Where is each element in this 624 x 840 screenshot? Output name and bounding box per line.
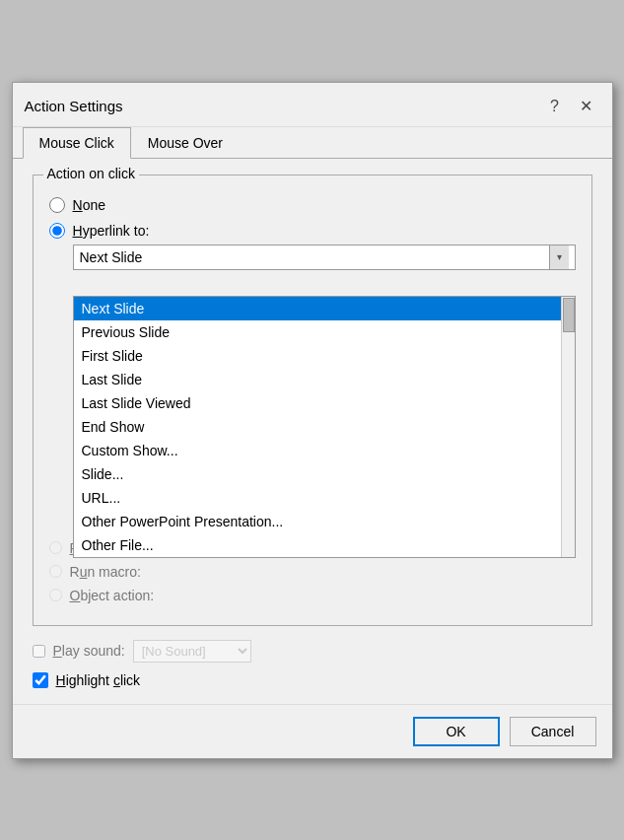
none-radio[interactable]: [49, 197, 65, 213]
none-label-text: one: [83, 197, 105, 213]
play-sound-row: Play sound: [No Sound]: [33, 640, 592, 663]
dropdown-scrollbar[interactable]: [561, 297, 575, 557]
run-macro-label: Run macro:: [70, 564, 141, 580]
none-label: None: [73, 197, 105, 213]
dropdown-item-first-slide[interactable]: First Slide: [74, 344, 575, 368]
hyperlink-radio[interactable]: [49, 223, 65, 239]
action-settings-dialog: Action Settings ? ✕ Mouse Click Mouse Ov…: [12, 82, 613, 759]
run-program-radio[interactable]: [49, 541, 62, 554]
title-bar-left: Action Settings: [25, 98, 123, 114]
run-macro-radio-row: Run macro:: [49, 564, 576, 580]
action-on-click-group: Action on click None Hyperlink to: Next …: [33, 175, 592, 626]
play-sound-label: Play sound:: [53, 643, 125, 659]
title-bar: Action Settings ? ✕: [13, 83, 612, 127]
highlight-click-row: Highlight click: [33, 672, 592, 688]
highlight-click-label: Highlight click: [56, 672, 141, 688]
hyperlink-dropdown-container: Next Slide ▾ Next Slide Previous Slide F…: [73, 245, 576, 532]
play-sound-checkbox[interactable]: [33, 645, 45, 658]
dropdown-arrow-icon[interactable]: ▾: [549, 245, 569, 269]
dropdown-list: Next Slide Previous Slide First Slide La…: [73, 296, 576, 558]
dialog-footer: OK Cancel: [13, 704, 612, 758]
object-action-radio[interactable]: [49, 589, 62, 601]
dropdown-item-other-file[interactable]: Other File...: [74, 533, 575, 557]
play-sound-select[interactable]: [No Sound]: [133, 640, 251, 663]
tab-mouse-click-label: Mouse Click: [39, 135, 114, 151]
dropdown-item-last-slide[interactable]: Last Slide: [74, 368, 575, 391]
hyperlink-label: Hyperlink to:: [73, 223, 150, 239]
object-action-label: Object action:: [70, 588, 155, 603]
dropdown-item-last-slide-viewed[interactable]: Last Slide Viewed: [74, 391, 575, 415]
close-button[interactable]: ✕: [573, 93, 600, 120]
none-radio-row: None: [49, 197, 576, 213]
dropdown-display[interactable]: Next Slide ▾: [73, 245, 576, 270]
tab-mouse-click[interactable]: Mouse Click: [23, 127, 131, 159]
dropdown-item-other-ppt[interactable]: Other PowerPoint Presentation...: [74, 510, 575, 533]
title-bar-controls: ? ✕: [541, 93, 600, 120]
dropdown-item-end-show[interactable]: End Show: [74, 415, 575, 439]
dropdown-item-next-slide[interactable]: Next Slide: [74, 297, 575, 320]
help-button[interactable]: ?: [541, 93, 569, 120]
ok-button[interactable]: OK: [413, 717, 500, 746]
dropdown-selected-text: Next Slide: [80, 249, 549, 265]
highlight-click-checkbox[interactable]: [33, 672, 48, 688]
tab-mouse-over-label: Mouse Over: [148, 135, 223, 151]
dialog-content: Action on click None Hyperlink to: Next …: [13, 159, 612, 704]
dialog-title: Action Settings: [25, 98, 123, 114]
scrollbar-thumb[interactable]: [563, 298, 575, 332]
group-legend: Action on click: [43, 166, 139, 181]
hyperlink-radio-row: Hyperlink to:: [49, 223, 576, 239]
dropdown-item-slide[interactable]: Slide...: [74, 462, 575, 486]
tab-mouse-over[interactable]: Mouse Over: [131, 127, 240, 159]
cancel-button[interactable]: Cancel: [510, 717, 596, 746]
dropdown-item-previous-slide[interactable]: Previous Slide: [74, 320, 575, 344]
dropdown-item-url[interactable]: URL...: [74, 486, 575, 510]
object-action-radio-row: Object action:: [49, 588, 576, 603]
dropdown-item-custom-show[interactable]: Custom Show...: [74, 439, 575, 462]
run-macro-radio[interactable]: [49, 565, 62, 578]
tabs-bar: Mouse Click Mouse Over: [13, 127, 612, 159]
